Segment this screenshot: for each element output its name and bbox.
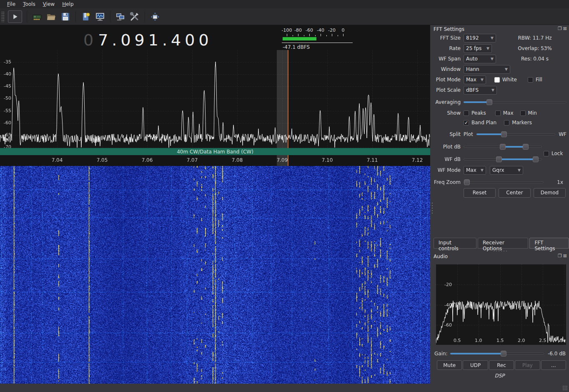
audio-panel-title: Audio	[434, 254, 448, 259]
plot-db-label: Plot dB	[433, 144, 461, 150]
max-checkbox[interactable]	[495, 111, 501, 116]
center-button[interactable]: Center	[499, 188, 531, 198]
audio-fft-canvas[interactable]	[436, 264, 566, 345]
waterfall-canvas[interactable]	[0, 166, 430, 384]
spectrum-y-tick-label: -65	[4, 132, 11, 138]
markers-checkbox[interactable]	[504, 120, 509, 126]
averaging-slider[interactable]	[464, 99, 566, 106]
plot-scale-select[interactable]: dBFS ▼	[464, 86, 497, 95]
toolbar-separator	[145, 11, 145, 22]
start-dsp-button[interactable]	[8, 10, 22, 23]
chevron-down-icon: ▼	[491, 36, 494, 40]
tab-fft-settings[interactable]: FFT Settings	[529, 238, 569, 249]
split-slider[interactable]	[476, 131, 556, 138]
gain-label: Gain:	[434, 351, 450, 357]
tab-receiver-options[interactable]: Receiver Options	[478, 238, 528, 249]
band-plan-checkbox[interactable]	[464, 120, 469, 126]
menu-help[interactable]: Help	[58, 0, 77, 8]
mute-button[interactable]: Mute	[437, 360, 462, 370]
chevron-down-icon: ▼	[481, 168, 484, 172]
plot-mode-select[interactable]: Max ▼	[464, 75, 486, 84]
meter-tick	[287, 34, 287, 36]
spectrum-plot[interactable]: 07.091.400 -47.1 dBFS -100-80-60-40-200 …	[0, 25, 430, 166]
plot-scale-label: Plot Scale	[433, 87, 461, 93]
toolbar-drag-handle[interactable]	[1, 11, 5, 22]
panel-splitter-handle[interactable]	[431, 202, 434, 215]
spectrum-waterfall-area: 07.091.400 -47.1 dBFS -100-80-60-40-200 …	[0, 25, 430, 392]
fft-color-button[interactable]	[494, 77, 500, 83]
spectrum-y-tick-label: -40	[4, 71, 11, 77]
chevron-down-icon: ▼	[518, 168, 521, 172]
dsp-settings-icon[interactable]	[95, 12, 105, 22]
window-resize-grip[interactable]	[562, 385, 568, 391]
demod-button[interactable]: Demod	[534, 188, 566, 198]
gain-slider[interactable]	[450, 350, 544, 357]
peaks-checkbox[interactable]	[464, 111, 469, 116]
toolbar	[0, 8, 569, 25]
spectrum-x-tick-label: 7.11	[362, 157, 383, 163]
fft-size-label: FFT Size	[433, 35, 461, 41]
meter-tick-minor	[326, 35, 327, 36]
menu-view[interactable]: View	[39, 0, 58, 8]
fft-color-label: White	[502, 77, 517, 83]
freq-zoom-slider[interactable]	[464, 179, 544, 186]
band-plan-label: 40m CW/Data Ham Band (CW)	[177, 149, 253, 155]
reset-button[interactable]: Reset	[464, 188, 496, 198]
frequency-display[interactable]: 07.091.400	[83, 31, 213, 49]
dock-tab-bar: Input controlsReceiver OptionsFFT Settin…	[434, 238, 569, 249]
play-button[interactable]: Play	[515, 360, 540, 370]
toolbar-separator	[27, 11, 27, 22]
wf-db-range-slider[interactable]	[464, 156, 542, 163]
wf-theme-select[interactable]: Gqrx ▼	[490, 166, 523, 175]
wf-db-label: WF dB	[433, 156, 461, 162]
remote-control-icon[interactable]	[115, 12, 125, 22]
meter-value-label: -47.1 dBFS	[283, 44, 310, 50]
tab-splitter-handle[interactable]	[493, 250, 508, 252]
min-label: Min	[528, 110, 537, 116]
play-icon	[11, 13, 19, 20]
spectrum-y-tick-label: -60	[4, 120, 11, 126]
min-checkbox[interactable]	[520, 111, 526, 116]
fft-size-select[interactable]: 8192 ▼	[464, 34, 496, 43]
rate-select[interactable]: 25 fps ▼	[464, 44, 492, 53]
save-icon[interactable]	[60, 12, 70, 22]
spectrum-x-tick-label: 7.05	[92, 157, 113, 163]
toolbar-separator	[75, 11, 76, 22]
tools-icon[interactable]	[130, 12, 140, 22]
chevron-down-icon: ▼	[491, 57, 494, 61]
wf-span-select[interactable]: Auto ▼	[464, 55, 496, 63]
meter-fill	[283, 37, 316, 40]
spectrum-x-tick-label: 7.10	[317, 157, 338, 163]
chevron-down-icon: ▼	[486, 46, 489, 50]
gain-value: -6.0 dB	[544, 351, 566, 357]
show-label: Show	[433, 110, 461, 116]
spectrum-canvas[interactable]	[0, 50, 430, 148]
chevron-down-icon: ▼	[481, 78, 484, 82]
spectrum-y-tick-label: -55	[4, 108, 11, 113]
meter-bar	[283, 37, 352, 40]
io-devices-icon[interactable]	[32, 12, 42, 22]
close-panel-icon[interactable]: ⊠	[563, 254, 567, 259]
afc-icon[interactable]	[150, 12, 160, 22]
menu-file[interactable]: File	[3, 0, 19, 8]
open-icon[interactable]	[46, 12, 56, 22]
fill-checkbox[interactable]	[528, 77, 533, 83]
frequency-axis: 7.047.057.067.077.087.097.107.117.12	[0, 156, 430, 166]
more-button[interactable]: ...	[541, 360, 566, 370]
close-panel-icon[interactable]: ⊠	[563, 26, 567, 31]
udp-button[interactable]: UDP	[463, 360, 488, 370]
peaks-label: Peaks	[471, 110, 486, 116]
window-select[interactable]: Hann ▼	[464, 65, 510, 74]
overlap-label: Overlap: 53%	[506, 45, 564, 51]
plot-db-range-slider[interactable]	[464, 143, 542, 150]
bookmarks-icon[interactable]	[81, 12, 91, 22]
band-plan-bar: 40m CW/Data Ham Band (CW)	[0, 148, 430, 155]
float-panel-icon[interactable]: ❐	[558, 254, 562, 259]
meter-baseline	[282, 43, 353, 43]
float-panel-icon[interactable]: ❐	[558, 26, 562, 31]
rec-button[interactable]: Rec	[489, 360, 514, 370]
menu-tools[interactable]: Tools	[19, 0, 39, 8]
tab-input-controls[interactable]: Input controls	[434, 238, 476, 249]
wf-mode-select[interactable]: Max ▼	[464, 166, 486, 175]
plot-mode-label: Plot Mode	[433, 77, 461, 83]
